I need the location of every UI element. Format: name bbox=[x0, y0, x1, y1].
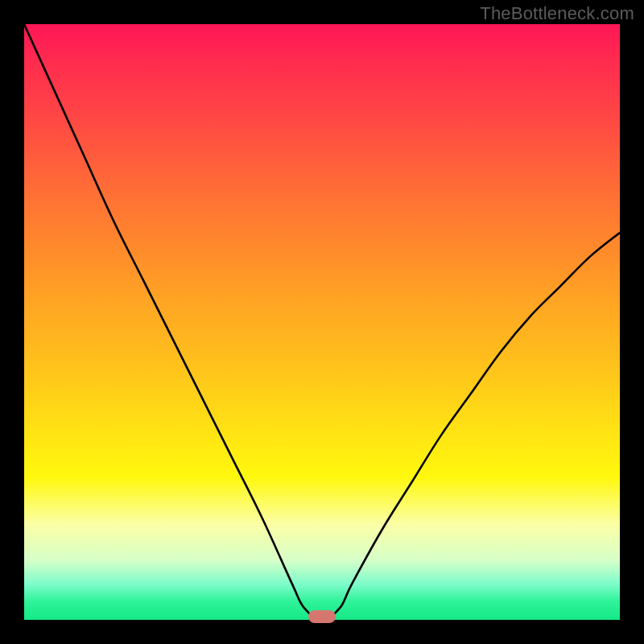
watermark-text: TheBottleneck.com bbox=[480, 3, 634, 24]
bottleneck-curve bbox=[24, 24, 620, 620]
plot-area bbox=[24, 24, 620, 620]
chart-stage: TheBottleneck.com bbox=[0, 0, 644, 644]
optimum-marker bbox=[308, 610, 336, 623]
